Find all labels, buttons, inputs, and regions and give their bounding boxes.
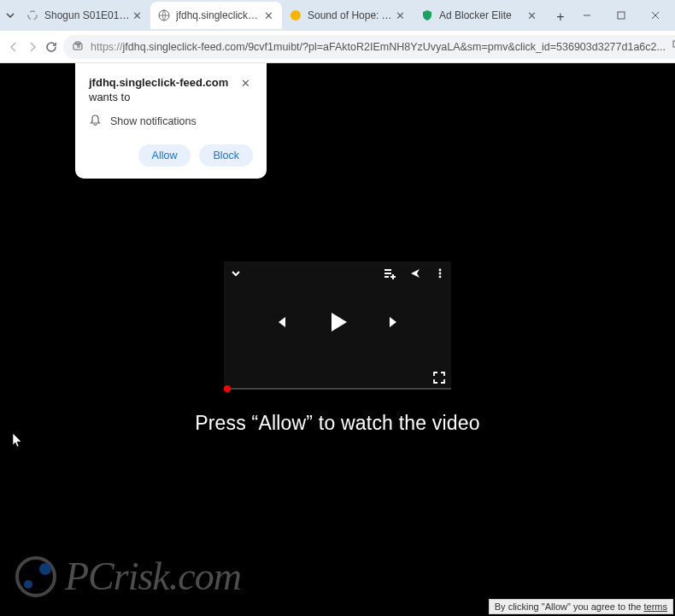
- next-track-icon[interactable]: [386, 314, 403, 331]
- forward-button[interactable]: [26, 35, 39, 59]
- close-icon[interactable]: ✕: [393, 9, 407, 22]
- playlist-add-icon[interactable]: [383, 267, 396, 280]
- close-icon[interactable]: ✕: [238, 75, 253, 91]
- svg-point-0: [28, 11, 37, 20]
- address-bar[interactable]: https://jfdhq.singleclick-feed.com/9cvf1…: [63, 35, 675, 59]
- tab-2[interactable]: Sound of Hope: The Story ✕: [282, 2, 414, 29]
- page-content: jfdhq.singleclick-feed.com wants to ✕ Sh…: [0, 63, 675, 616]
- back-button[interactable]: [7, 35, 21, 59]
- more-icon[interactable]: [434, 267, 446, 279]
- toolbar: https://jfdhq.singleclick-feed.com/9cvf1…: [0, 31, 675, 63]
- share-icon[interactable]: [408, 267, 422, 280]
- svg-point-24: [439, 276, 442, 279]
- tab-title: Sound of Hope: The Story: [308, 9, 393, 21]
- svg-point-2: [291, 10, 301, 21]
- tabs: Shogun S01E01.mp4 ✕ jfdhq.singleclick-fe…: [19, 2, 572, 29]
- svg-rect-4: [618, 12, 625, 19]
- reload-button[interactable]: [44, 35, 58, 59]
- window-controls: [572, 3, 670, 27]
- terms-link[interactable]: terms: [644, 601, 668, 612]
- play-icon[interactable]: [323, 308, 352, 337]
- permission-origin: jfdhq.singleclick-feed.com wants to: [89, 75, 228, 103]
- previous-track-icon[interactable]: [272, 314, 289, 331]
- tab-strip: Shogun S01E01.mp4 ✕ jfdhq.singleclick-fe…: [0, 0, 675, 31]
- close-icon[interactable]: ✕: [130, 9, 144, 22]
- allow-button[interactable]: Allow: [138, 144, 191, 167]
- chevron-down-icon[interactable]: [229, 267, 243, 280]
- tab-title: Ad Blocker Elite: [439, 9, 525, 21]
- notification-permission-popup: jfdhq.singleclick-feed.com wants to ✕ Sh…: [75, 63, 267, 179]
- svg-point-22: [439, 269, 442, 272]
- permission-request-label: Show notifications: [110, 115, 197, 127]
- watermark: PCrisk.com: [15, 554, 241, 599]
- tab-3[interactable]: Ad Blocker Elite ✕: [414, 2, 545, 29]
- minimize-button[interactable]: [572, 3, 602, 27]
- disclaimer-bar: By clicking "Allow" you agree to the ter…: [489, 599, 673, 614]
- fullscreen-icon[interactable]: [432, 371, 446, 384]
- new-tab-button[interactable]: +: [549, 5, 572, 29]
- svg-point-23: [439, 273, 442, 275]
- permission-request-row: Show notifications: [89, 114, 253, 129]
- site-settings-icon[interactable]: [72, 39, 84, 54]
- instruction-text: Press “Allow” to watch the video: [195, 412, 480, 435]
- maximize-button[interactable]: [607, 3, 636, 27]
- tab-search-dropdown[interactable]: [5, 3, 15, 27]
- cursor-icon: [12, 432, 24, 451]
- chevron-down-icon: [5, 10, 15, 21]
- watermark-logo-icon: [15, 556, 56, 597]
- bell-icon: [89, 114, 102, 129]
- block-button[interactable]: Block: [199, 144, 253, 167]
- close-icon[interactable]: ✕: [261, 9, 275, 22]
- tab-title: jfdhq.singleclick-feed.com/: [176, 9, 261, 21]
- progress-bar[interactable]: [224, 388, 451, 390]
- close-window-button[interactable]: [641, 3, 670, 27]
- tab-0[interactable]: Shogun S01E01.mp4 ✕: [19, 2, 150, 29]
- site-icon: [289, 9, 302, 22]
- url-text: https://jfdhq.singleclick-feed.com/9cvf1…: [91, 41, 666, 53]
- shield-icon: [420, 9, 434, 22]
- video-player[interactable]: [224, 261, 451, 390]
- tab-1[interactable]: jfdhq.singleclick-feed.com/ ✕: [150, 2, 282, 29]
- tab-title: Shogun S01E01.mp4: [44, 9, 130, 21]
- globe-icon: [157, 9, 171, 22]
- close-icon[interactable]: ✕: [525, 9, 538, 22]
- loading-icon: [26, 9, 39, 22]
